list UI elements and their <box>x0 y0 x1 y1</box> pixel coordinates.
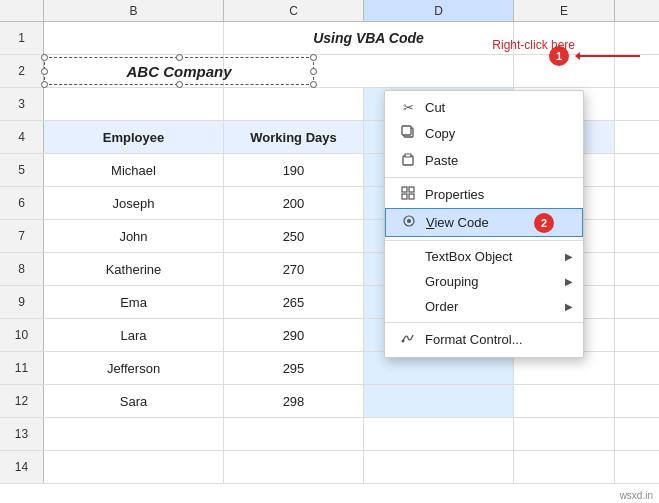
cell-1c: Using VBA Code <box>224 22 514 54</box>
textbox-label: ABC Company <box>126 63 231 80</box>
cell-8b: Katherine <box>44 253 224 285</box>
menu-label-order: Order <box>425 299 569 314</box>
svg-rect-8 <box>402 194 407 199</box>
cell-12c: 298 <box>224 385 364 417</box>
cell-1b <box>44 22 224 54</box>
cell-13e <box>514 418 615 450</box>
menu-label-formatcontrol: Format Control... <box>425 332 569 347</box>
menu-item-grouping[interactable]: Grouping <box>385 269 583 294</box>
cell-9b: Ema <box>44 286 224 318</box>
cell-14d <box>364 451 514 483</box>
svg-rect-7 <box>409 187 414 192</box>
divider-2 <box>385 240 583 241</box>
cell-11c: 295 <box>224 352 364 384</box>
viewcode-icon <box>400 214 418 231</box>
row-num-10: 10 <box>0 319 44 351</box>
row-num-14: 14 <box>0 451 44 483</box>
row-num-1: 1 <box>0 22 44 54</box>
paste-icon <box>399 152 417 169</box>
header-corner <box>0 0 44 21</box>
menu-item-textboxobj[interactable]: TextBox Object <box>385 244 583 269</box>
cell-14e <box>514 451 615 483</box>
svg-rect-6 <box>402 187 407 192</box>
handle-bl[interactable] <box>41 81 48 88</box>
handle-tl[interactable] <box>41 54 48 61</box>
handle-ml[interactable] <box>41 68 48 75</box>
menu-item-copy[interactable]: Copy <box>385 120 583 147</box>
annotation-text: Right-click here <box>492 38 575 52</box>
cut-icon: ✂ <box>399 100 417 115</box>
cell-10b: Lara <box>44 319 224 351</box>
cell-5b: Michael <box>44 154 224 186</box>
cell-14c <box>224 451 364 483</box>
menu-label-cut: Cut <box>425 100 569 115</box>
badge-2: 2 <box>534 213 554 233</box>
cell-12b: Sara <box>44 385 224 417</box>
row-num-5: 5 <box>0 154 44 186</box>
abc-company-textbox[interactable]: ABC Company <box>44 57 314 85</box>
cell-8c: 270 <box>224 253 364 285</box>
handle-bc[interactable] <box>176 81 183 88</box>
row-num-9: 9 <box>0 286 44 318</box>
divider-3 <box>385 322 583 323</box>
context-menu: ✂ Cut Copy Paste Properties <box>384 90 584 358</box>
cell-3b <box>44 88 224 120</box>
svg-point-11 <box>407 219 411 223</box>
cell-12d <box>364 385 514 417</box>
arrow-annotation <box>575 49 645 63</box>
handle-tr[interactable] <box>310 54 317 61</box>
cell-11b: Jefferson <box>44 352 224 384</box>
row-num-13: 13 <box>0 418 44 450</box>
handle-tc[interactable] <box>176 54 183 61</box>
row-num-11: 11 <box>0 352 44 384</box>
column-headers: B C D E <box>0 0 659 22</box>
menu-item-paste[interactable]: Paste <box>385 147 583 174</box>
spreadsheet: B C D E 1 Using VBA Code 2 <box>0 0 659 503</box>
cell-4c: Working Days <box>224 121 364 153</box>
menu-label-textboxobj: TextBox Object <box>425 249 569 264</box>
menu-item-viewcode[interactable]: View Code 2 <box>385 208 583 237</box>
row-num-3: 3 <box>0 88 44 120</box>
row-num-7: 7 <box>0 220 44 252</box>
row-num-6: 6 <box>0 187 44 219</box>
menu-label-paste: Paste <box>425 153 569 168</box>
cell-6b: Joseph <box>44 187 224 219</box>
cell-12e <box>514 385 615 417</box>
row-num-4: 4 <box>0 121 44 153</box>
cell-13b <box>44 418 224 450</box>
menu-item-formatcontrol[interactable]: Format Control... <box>385 326 583 353</box>
cell-7c: 250 <box>224 220 364 252</box>
menu-item-order[interactable]: Order <box>385 294 583 319</box>
svg-rect-9 <box>409 194 414 199</box>
cell-7b: John <box>44 220 224 252</box>
row-num-2: 2 <box>0 55 44 87</box>
arrow-svg <box>575 49 645 63</box>
cell-10c: 290 <box>224 319 364 351</box>
col-header-d: D <box>364 0 514 21</box>
menu-label-grouping: Grouping <box>425 274 569 289</box>
cell-6c: 200 <box>224 187 364 219</box>
row-12: 12 Sara 298 <box>0 385 659 418</box>
menu-label-copy: Copy <box>425 126 569 141</box>
formatcontrol-icon <box>399 331 417 348</box>
col-header-e: E <box>514 0 615 21</box>
cell-3c <box>224 88 364 120</box>
row-num-12: 12 <box>0 385 44 417</box>
col-header-c: C <box>224 0 364 21</box>
svg-rect-3 <box>402 126 411 135</box>
menu-item-properties[interactable]: Properties <box>385 181 583 208</box>
handle-mr[interactable] <box>310 68 317 75</box>
col-header-b: B <box>44 0 224 21</box>
cell-13c <box>224 418 364 450</box>
divider-1 <box>385 177 583 178</box>
row-14: 14 <box>0 451 659 484</box>
cell-4b: Employee <box>44 121 224 153</box>
cell-9c: 265 <box>224 286 364 318</box>
menu-label-properties: Properties <box>425 187 569 202</box>
row-13: 13 <box>0 418 659 451</box>
svg-marker-1 <box>575 52 580 60</box>
cell-14b <box>44 451 224 483</box>
watermark: wsxd.in <box>620 490 653 501</box>
menu-item-cut[interactable]: ✂ Cut <box>385 95 583 120</box>
handle-br[interactable] <box>310 81 317 88</box>
